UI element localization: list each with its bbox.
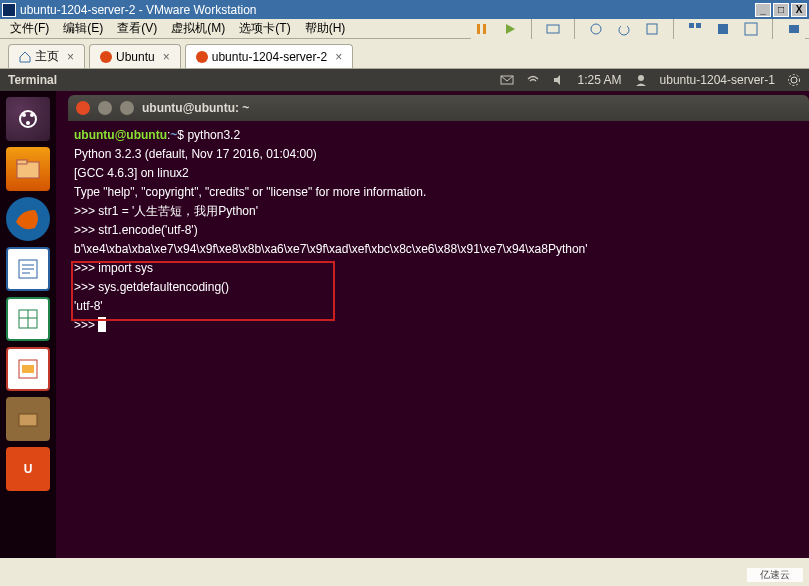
manage-button[interactable] [641, 18, 663, 40]
clock[interactable]: 1:25 AM [578, 73, 622, 87]
svg-rect-8 [718, 24, 728, 34]
window-close-button[interactable] [76, 101, 90, 115]
tab-close-icon[interactable]: × [335, 50, 342, 64]
svg-rect-5 [647, 24, 657, 34]
tab-home[interactable]: 主页 × [8, 44, 85, 68]
toolbar-divider [772, 19, 773, 39]
tab-close-icon[interactable]: × [67, 50, 74, 64]
terminal-title: ubuntu@ubuntu: ~ [142, 101, 249, 115]
prompt-user: ubuntu@ubuntu [74, 128, 167, 142]
usc-label: U [24, 462, 33, 476]
menu-help[interactable]: 帮助(H) [299, 18, 352, 39]
tab-ubuntu-label: Ubuntu [116, 50, 155, 64]
tab-close-icon[interactable]: × [163, 50, 170, 64]
fullscreen-button[interactable] [740, 18, 762, 40]
launcher-impress[interactable] [6, 347, 50, 391]
toolbar-divider [531, 19, 532, 39]
svg-point-4 [591, 24, 601, 34]
close-button[interactable]: X [791, 3, 807, 17]
volume-icon[interactable] [552, 73, 566, 87]
tab-active-label: ubuntu-1204-server-2 [212, 50, 327, 64]
launcher-extra[interactable] [6, 397, 50, 441]
svg-rect-3 [547, 25, 559, 33]
svg-rect-9 [745, 23, 757, 35]
home-icon [19, 51, 31, 63]
py-stmt-4: sys.getdefaultencoding() [98, 280, 229, 294]
svg-point-19 [26, 121, 30, 125]
launcher-dash[interactable] [6, 97, 50, 141]
svg-rect-7 [696, 23, 701, 28]
active-app-label: Terminal [8, 73, 57, 87]
session-user[interactable]: ubuntu-1204-server-1 [660, 73, 775, 87]
python-banner-3: Type "help", "copyright", "credits" or "… [74, 185, 426, 199]
svg-point-14 [791, 77, 797, 83]
ubuntu-icon [196, 51, 208, 63]
terminal-titlebar[interactable]: ubuntu@ubuntu: ~ [68, 95, 809, 121]
cursor [98, 317, 106, 332]
menu-edit[interactable]: 编辑(E) [57, 18, 109, 39]
tab-home-label: 主页 [35, 48, 59, 65]
terminal-window: ubuntu@ubuntu: ~ ubuntu@ubuntu:~$ python… [68, 95, 809, 541]
py-stmt-1: str1 = '人生苦短，我用Python' [98, 204, 258, 218]
console-button[interactable] [783, 18, 805, 40]
window-minimize-button[interactable] [98, 101, 112, 115]
menu-view[interactable]: 查看(V) [111, 18, 163, 39]
svg-marker-2 [506, 24, 515, 34]
py-prompt: >>> [74, 318, 98, 332]
svg-point-15 [789, 75, 800, 86]
py-output-4: 'utf-8' [74, 299, 103, 313]
launcher-software-center[interactable]: U [6, 447, 50, 491]
svg-rect-6 [689, 23, 694, 28]
ubuntu-icon [100, 51, 112, 63]
mail-icon[interactable] [500, 73, 514, 87]
svg-rect-21 [17, 160, 27, 164]
tab-active-vm[interactable]: ubuntu-1204-server-2 × [185, 44, 353, 68]
wifi-icon[interactable] [526, 73, 540, 87]
vmware-titlebar: ubuntu-1204-server-2 - VMware Workstatio… [0, 0, 809, 19]
svg-point-18 [30, 113, 34, 117]
window-maximize-button[interactable] [120, 101, 134, 115]
minimize-button[interactable]: _ [755, 3, 771, 17]
highlighted-block: >>> import sys >>> sys.getdefaultencodin… [74, 261, 229, 313]
tab-ubuntu[interactable]: Ubuntu × [89, 44, 181, 68]
power-pause-button[interactable] [471, 18, 493, 40]
svg-rect-0 [477, 24, 480, 34]
svg-rect-10 [789, 25, 799, 33]
py-prompt: >>> [74, 280, 98, 294]
unity-button[interactable] [712, 18, 734, 40]
menu-file[interactable]: 文件(F) [4, 18, 55, 39]
send-cad-button[interactable] [542, 18, 564, 40]
svg-rect-31 [22, 365, 34, 373]
ubuntu-top-panel: Terminal 1:25 AM ubuntu-1204-server-1 [0, 69, 809, 91]
svg-marker-12 [554, 75, 560, 85]
revert-button[interactable] [613, 18, 635, 40]
toolbar-divider [574, 19, 575, 39]
gear-icon[interactable] [787, 73, 801, 87]
thumbnail-button[interactable] [684, 18, 706, 40]
snapshot-button[interactable] [585, 18, 607, 40]
python-banner-2: [GCC 4.6.3] on linux2 [74, 166, 189, 180]
launcher-firefox[interactable] [6, 197, 50, 241]
py-prompt: >>> [74, 261, 98, 275]
menu-vm[interactable]: 虚拟机(M) [165, 18, 231, 39]
menu-tabs[interactable]: 选项卡(T) [233, 18, 296, 39]
py-stmt-2: str1.encode('utf-8') [98, 223, 197, 237]
power-play-button[interactable] [499, 18, 521, 40]
py-prompt: >>> [74, 223, 98, 237]
unity-launcher: U [0, 91, 56, 558]
py-stmt-3: import sys [98, 261, 153, 275]
prompt-char: $ [177, 128, 187, 142]
vmware-menubar: 文件(F) 编辑(E) 查看(V) 虚拟机(M) 选项卡(T) 帮助(H) [0, 19, 809, 39]
python-banner-1: Python 3.2.3 (default, Nov 17 2016, 01:0… [74, 147, 317, 161]
terminal[interactable]: ubuntu@ubuntu:~$ python3.2 Python 3.2.3 … [68, 121, 809, 541]
svg-point-17 [22, 113, 26, 117]
command-python: python3.2 [187, 128, 240, 142]
py-prompt: >>> [74, 204, 98, 218]
launcher-calc[interactable] [6, 297, 50, 341]
vmware-icon [2, 3, 16, 17]
svg-rect-1 [483, 24, 486, 34]
maximize-button[interactable]: □ [773, 3, 789, 17]
launcher-writer[interactable] [6, 247, 50, 291]
launcher-files[interactable] [6, 147, 50, 191]
svg-rect-32 [19, 414, 37, 426]
